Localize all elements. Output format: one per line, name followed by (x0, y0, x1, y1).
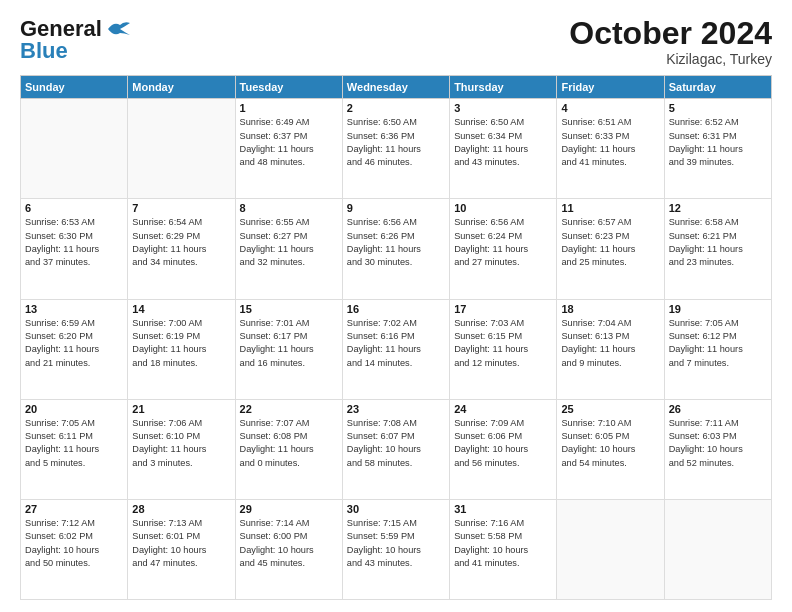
day-number: 29 (240, 503, 338, 515)
col-wednesday: Wednesday (342, 76, 449, 99)
day-info: Sunrise: 6:54 AMSunset: 6:29 PMDaylight:… (132, 216, 230, 269)
day-number: 19 (669, 303, 767, 315)
cell-w1-d4: 3Sunrise: 6:50 AMSunset: 6:34 PMDaylight… (450, 99, 557, 199)
col-monday: Monday (128, 76, 235, 99)
day-info: Sunrise: 6:56 AMSunset: 6:24 PMDaylight:… (454, 216, 552, 269)
day-info: Sunrise: 7:00 AMSunset: 6:19 PMDaylight:… (132, 317, 230, 370)
cell-w3-d1: 14Sunrise: 7:00 AMSunset: 6:19 PMDayligh… (128, 299, 235, 399)
cell-w3-d4: 17Sunrise: 7:03 AMSunset: 6:15 PMDayligh… (450, 299, 557, 399)
cell-w2-d6: 12Sunrise: 6:58 AMSunset: 6:21 PMDayligh… (664, 199, 771, 299)
cell-w3-d2: 15Sunrise: 7:01 AMSunset: 6:17 PMDayligh… (235, 299, 342, 399)
col-thursday: Thursday (450, 76, 557, 99)
cell-w5-d0: 27Sunrise: 7:12 AMSunset: 6:02 PMDayligh… (21, 499, 128, 599)
day-info: Sunrise: 7:10 AMSunset: 6:05 PMDaylight:… (561, 417, 659, 470)
day-info: Sunrise: 7:11 AMSunset: 6:03 PMDaylight:… (669, 417, 767, 470)
col-tuesday: Tuesday (235, 76, 342, 99)
week-row-4: 20Sunrise: 7:05 AMSunset: 6:11 PMDayligh… (21, 399, 772, 499)
cell-w2-d1: 7Sunrise: 6:54 AMSunset: 6:29 PMDaylight… (128, 199, 235, 299)
day-number: 10 (454, 202, 552, 214)
logo-blue-text: Blue (20, 38, 68, 64)
day-info: Sunrise: 7:06 AMSunset: 6:10 PMDaylight:… (132, 417, 230, 470)
day-info: Sunrise: 7:03 AMSunset: 6:15 PMDaylight:… (454, 317, 552, 370)
day-number: 26 (669, 403, 767, 415)
day-number: 28 (132, 503, 230, 515)
calendar-header-row: Sunday Monday Tuesday Wednesday Thursday… (21, 76, 772, 99)
header: General Blue October 2024 Kizilagac, Tur… (20, 16, 772, 67)
day-info: Sunrise: 7:07 AMSunset: 6:08 PMDaylight:… (240, 417, 338, 470)
day-info: Sunrise: 6:57 AMSunset: 6:23 PMDaylight:… (561, 216, 659, 269)
cell-w2-d3: 9Sunrise: 6:56 AMSunset: 6:26 PMDaylight… (342, 199, 449, 299)
day-number: 5 (669, 102, 767, 114)
day-number: 4 (561, 102, 659, 114)
day-number: 9 (347, 202, 445, 214)
col-friday: Friday (557, 76, 664, 99)
cell-w1-d3: 2Sunrise: 6:50 AMSunset: 6:36 PMDaylight… (342, 99, 449, 199)
day-info: Sunrise: 7:04 AMSunset: 6:13 PMDaylight:… (561, 317, 659, 370)
cell-w4-d1: 21Sunrise: 7:06 AMSunset: 6:10 PMDayligh… (128, 399, 235, 499)
day-number: 13 (25, 303, 123, 315)
day-number: 17 (454, 303, 552, 315)
day-number: 31 (454, 503, 552, 515)
day-number: 30 (347, 503, 445, 515)
day-number: 6 (25, 202, 123, 214)
month-title: October 2024 (569, 16, 772, 51)
day-number: 22 (240, 403, 338, 415)
day-number: 1 (240, 102, 338, 114)
cell-w3-d3: 16Sunrise: 7:02 AMSunset: 6:16 PMDayligh… (342, 299, 449, 399)
cell-w2-d4: 10Sunrise: 6:56 AMSunset: 6:24 PMDayligh… (450, 199, 557, 299)
cell-w5-d1: 28Sunrise: 7:13 AMSunset: 6:01 PMDayligh… (128, 499, 235, 599)
cell-w1-d2: 1Sunrise: 6:49 AMSunset: 6:37 PMDaylight… (235, 99, 342, 199)
title-block: October 2024 Kizilagac, Turkey (569, 16, 772, 67)
day-info: Sunrise: 6:55 AMSunset: 6:27 PMDaylight:… (240, 216, 338, 269)
day-info: Sunrise: 6:56 AMSunset: 6:26 PMDaylight:… (347, 216, 445, 269)
day-info: Sunrise: 7:09 AMSunset: 6:06 PMDaylight:… (454, 417, 552, 470)
location-subtitle: Kizilagac, Turkey (569, 51, 772, 67)
cell-w4-d6: 26Sunrise: 7:11 AMSunset: 6:03 PMDayligh… (664, 399, 771, 499)
cell-w4-d5: 25Sunrise: 7:10 AMSunset: 6:05 PMDayligh… (557, 399, 664, 499)
day-number: 3 (454, 102, 552, 114)
cell-w5-d2: 29Sunrise: 7:14 AMSunset: 6:00 PMDayligh… (235, 499, 342, 599)
day-number: 21 (132, 403, 230, 415)
day-number: 15 (240, 303, 338, 315)
day-number: 20 (25, 403, 123, 415)
cell-w4-d3: 23Sunrise: 7:08 AMSunset: 6:07 PMDayligh… (342, 399, 449, 499)
day-number: 8 (240, 202, 338, 214)
day-info: Sunrise: 7:12 AMSunset: 6:02 PMDaylight:… (25, 517, 123, 570)
cell-w4-d4: 24Sunrise: 7:09 AMSunset: 6:06 PMDayligh… (450, 399, 557, 499)
day-number: 7 (132, 202, 230, 214)
day-info: Sunrise: 7:05 AMSunset: 6:12 PMDaylight:… (669, 317, 767, 370)
day-info: Sunrise: 6:50 AMSunset: 6:34 PMDaylight:… (454, 116, 552, 169)
logo: General Blue (20, 16, 132, 64)
day-number: 27 (25, 503, 123, 515)
cell-w1-d1 (128, 99, 235, 199)
day-number: 16 (347, 303, 445, 315)
day-info: Sunrise: 6:58 AMSunset: 6:21 PMDaylight:… (669, 216, 767, 269)
cell-w1-d6: 5Sunrise: 6:52 AMSunset: 6:31 PMDaylight… (664, 99, 771, 199)
day-number: 2 (347, 102, 445, 114)
day-info: Sunrise: 6:50 AMSunset: 6:36 PMDaylight:… (347, 116, 445, 169)
day-info: Sunrise: 7:13 AMSunset: 6:01 PMDaylight:… (132, 517, 230, 570)
calendar-table: Sunday Monday Tuesday Wednesday Thursday… (20, 75, 772, 600)
day-number: 14 (132, 303, 230, 315)
cell-w1-d5: 4Sunrise: 6:51 AMSunset: 6:33 PMDaylight… (557, 99, 664, 199)
day-number: 24 (454, 403, 552, 415)
cell-w3-d0: 13Sunrise: 6:59 AMSunset: 6:20 PMDayligh… (21, 299, 128, 399)
col-saturday: Saturday (664, 76, 771, 99)
day-number: 12 (669, 202, 767, 214)
day-info: Sunrise: 6:53 AMSunset: 6:30 PMDaylight:… (25, 216, 123, 269)
page: General Blue October 2024 Kizilagac, Tur… (0, 0, 792, 612)
week-row-3: 13Sunrise: 6:59 AMSunset: 6:20 PMDayligh… (21, 299, 772, 399)
cell-w5-d4: 31Sunrise: 7:16 AMSunset: 5:58 PMDayligh… (450, 499, 557, 599)
day-info: Sunrise: 6:51 AMSunset: 6:33 PMDaylight:… (561, 116, 659, 169)
cell-w4-d0: 20Sunrise: 7:05 AMSunset: 6:11 PMDayligh… (21, 399, 128, 499)
cell-w2-d2: 8Sunrise: 6:55 AMSunset: 6:27 PMDaylight… (235, 199, 342, 299)
day-info: Sunrise: 7:02 AMSunset: 6:16 PMDaylight:… (347, 317, 445, 370)
col-sunday: Sunday (21, 76, 128, 99)
cell-w4-d2: 22Sunrise: 7:07 AMSunset: 6:08 PMDayligh… (235, 399, 342, 499)
day-info: Sunrise: 7:16 AMSunset: 5:58 PMDaylight:… (454, 517, 552, 570)
cell-w3-d5: 18Sunrise: 7:04 AMSunset: 6:13 PMDayligh… (557, 299, 664, 399)
cell-w5-d6 (664, 499, 771, 599)
cell-w1-d0 (21, 99, 128, 199)
day-info: Sunrise: 7:01 AMSunset: 6:17 PMDaylight:… (240, 317, 338, 370)
cell-w2-d5: 11Sunrise: 6:57 AMSunset: 6:23 PMDayligh… (557, 199, 664, 299)
